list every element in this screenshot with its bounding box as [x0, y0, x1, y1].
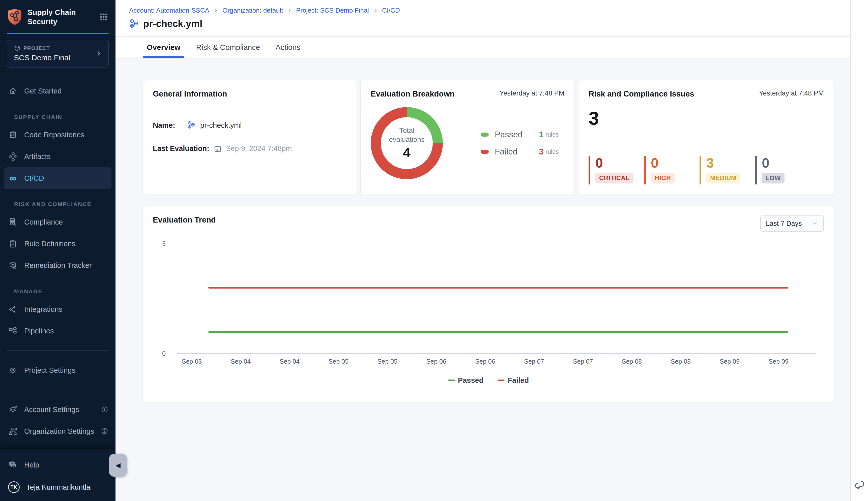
sidebar-item-cicd[interactable]: ∞ CI/CD: [4, 167, 112, 189]
card-timestamp: Yesterday at 7:48 PM: [500, 89, 564, 97]
sidebar-header: Supply Chain Security: [0, 0, 115, 26]
breadcrumb: Account: Automation-SSCA Organization: d…: [129, 7, 850, 14]
sidebar-footer: ? Help TK Teja Kummarikuntla: [0, 450, 115, 501]
sidebar-item-label: Project Settings: [24, 366, 75, 374]
medium-badge: MEDIUM: [707, 173, 740, 183]
sidebar-item-project-settings[interactable]: Project Settings: [0, 359, 115, 381]
layers-gear-icon: [8, 405, 18, 414]
severity-low: 0 LOW: [755, 156, 811, 184]
sidebar-item-organization-settings[interactable]: Organization Settings: [0, 420, 115, 442]
breadcrumb-cicd-link[interactable]: CI/CD: [382, 7, 400, 14]
integrations-icon: [8, 305, 18, 314]
passed-series-line: [208, 331, 788, 333]
gear-icon: [8, 366, 18, 375]
sidebar-item-account-settings[interactable]: Account Settings: [0, 399, 115, 420]
sidebar-item-help[interactable]: ? Help: [0, 456, 115, 473]
sidebar-item-pipelines[interactable]: Pipelines: [0, 320, 115, 342]
total-issues-value: 3: [588, 109, 824, 128]
module-switcher-grid-icon[interactable]: [98, 12, 109, 22]
breadcrumb-organization-link[interactable]: Organization: default: [222, 7, 283, 14]
sidebar-item-label: Remediation Tracker: [24, 261, 92, 270]
sidebar-item-integrations[interactable]: Integrations: [0, 298, 115, 320]
legend-item-failed: Failed 3 rules: [481, 147, 558, 157]
card-title: Evaluation Trend: [153, 215, 216, 225]
project-selector[interactable]: PROJECT SCS Demo Final: [7, 40, 109, 67]
artifacts-icon: [8, 152, 18, 161]
code-repo-icon: [8, 130, 18, 139]
time-range-dropdown[interactable]: Last 7 Days: [760, 215, 824, 232]
tab-risk-compliance[interactable]: Risk & Compliance: [195, 36, 261, 58]
severity-bar: [755, 156, 757, 184]
general-information-card: General Information Name: pr-check.yml: [143, 80, 357, 195]
legend-item-passed: Passed 1 rules: [481, 130, 558, 139]
avatar: TK: [8, 481, 20, 493]
info-icon[interactable]: [101, 406, 108, 413]
chevron-right-icon: [95, 50, 103, 57]
severity-high: 0 HIGH: [644, 156, 700, 184]
sidebar-divider: [7, 390, 109, 390]
pipeline-file-icon: [187, 121, 196, 130]
last-evaluation-label: Last Evaluation:: [153, 145, 209, 153]
supply-chain-security-logo-icon: [7, 8, 22, 25]
sidebar-item-label: Account Settings: [24, 405, 79, 414]
home-icon: [8, 86, 18, 96]
content-area: General Information Name: pr-check.yml: [115, 58, 850, 402]
time-range-value: Last 7 Days: [766, 220, 802, 227]
chevron-down-icon: [812, 220, 818, 227]
name-value: pr-check.yml: [200, 121, 242, 129]
legend-item-passed: Passed: [448, 376, 484, 385]
sidebar-item-compliance[interactable]: Compliance: [0, 211, 115, 233]
severity-critical: 0 CRITICAL: [588, 156, 644, 184]
product-name: Supply Chain Security: [28, 8, 98, 26]
passed-count: 1: [539, 130, 543, 139]
donut-center-label: Total evaluations: [385, 126, 428, 145]
page-title: pr-check.yml: [143, 18, 202, 29]
x-axis-line: [177, 353, 816, 354]
pipeline-file-icon: [129, 19, 139, 29]
sidebar-item-artifacts[interactable]: Artifacts: [0, 146, 115, 167]
card-timestamp: Yesterday at 7:48 PM: [759, 89, 824, 97]
tab-actions[interactable]: Actions: [274, 36, 302, 58]
sidebar-user[interactable]: TK Teja Kummarikuntla: [0, 478, 115, 496]
sidebar-item-get-started[interactable]: Get Started: [0, 80, 115, 102]
low-count: 0: [762, 156, 785, 170]
document-search-icon: [8, 217, 18, 226]
sidebar-item-label: Help: [24, 461, 39, 469]
chevron-right-icon: [287, 8, 292, 13]
main-area: Account: Automation-SSCA Organization: d…: [115, 0, 868, 501]
critical-count: 0: [595, 156, 634, 170]
severity-bar: [588, 156, 590, 184]
name-label: Name:: [153, 121, 182, 129]
failed-line-swatch: [498, 380, 504, 381]
sidebar-accent-bar: [7, 33, 109, 34]
project-eyebrow: PROJECT: [23, 45, 50, 51]
tab-overview[interactable]: Overview: [145, 36, 182, 58]
sidebar-item-remediation-tracker[interactable]: Remediation Tracker: [0, 255, 115, 276]
donut-chart: Total evaluations 4: [371, 107, 443, 179]
chat-support-icon[interactable]: [854, 480, 865, 491]
sidebar-collapse-handle[interactable]: ◀: [109, 454, 127, 477]
sidebar-item-label: CI/CD: [24, 174, 44, 182]
breadcrumb-project-link[interactable]: Project: SCS Demo Final: [296, 7, 369, 14]
trend-chart: 5 0 Sep 03Sep 04 Sep 04Sep 05 Sep 05Sep …: [153, 244, 824, 385]
high-badge: HIGH: [651, 173, 675, 183]
pipelines-icon: [8, 326, 18, 335]
section-header-risk-compliance: RISK AND COMPLIANCE: [0, 200, 115, 209]
sidebar-item-label: Pipelines: [24, 327, 54, 335]
breadcrumb-account-link[interactable]: Account: Automation-SSCA: [129, 7, 209, 14]
sidebar-item-rule-definitions[interactable]: Rule Definitions: [0, 233, 115, 255]
help-chat-icon: ?: [8, 460, 18, 469]
sidebar-item-code-repositories[interactable]: Code Repositories: [0, 124, 115, 146]
card-title: General Information: [153, 89, 346, 98]
legend-item-failed: Failed: [498, 376, 529, 385]
evaluation-trend-card: Evaluation Trend Last 7 Days 5 0: [143, 206, 834, 402]
card-title: Evaluation Breakdown: [371, 89, 454, 98]
info-icon[interactable]: [101, 427, 108, 435]
breakdown-legend: Passed 1 rules Failed 3 rules: [481, 130, 558, 157]
gridline: [177, 244, 816, 244]
user-name: Teja Kummarikuntla: [26, 483, 91, 491]
sidebar-item-label: Artifacts: [24, 152, 51, 161]
failed-color-pill: [481, 150, 489, 154]
critical-badge: CRITICAL: [595, 173, 634, 183]
cube-icon: [14, 45, 20, 51]
